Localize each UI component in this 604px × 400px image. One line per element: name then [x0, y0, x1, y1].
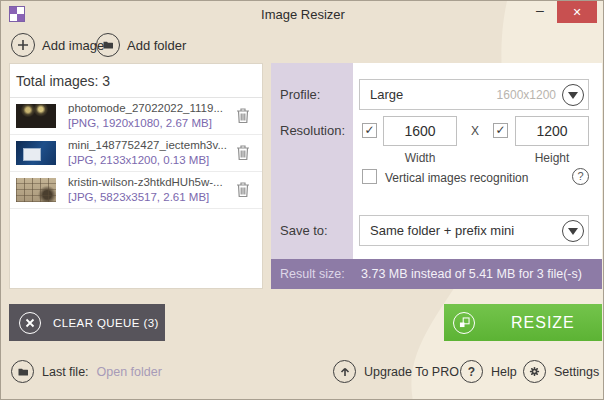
last-file-label: Last file:: [42, 365, 89, 379]
delete-icon[interactable]: [236, 181, 250, 198]
file-name-1: photomode_27022022_1119...: [68, 102, 223, 114]
resize-button[interactable]: RESIZE: [444, 304, 602, 341]
settings-label: Settings: [554, 365, 599, 379]
result-size-value: 3.73 MB instead of 5.41 MB for 3 file(-s…: [361, 267, 582, 281]
add-folder-label: Add folder: [127, 37, 186, 53]
width-checkbox[interactable]: [362, 123, 377, 138]
profile-dimensions: 1600x1200: [497, 88, 556, 102]
resize-settings-panel: Profile: Large 1600x1200 Resolution: X W…: [271, 63, 602, 289]
image-queue-panel: Total images: 3 photomode_27022022_1119.…: [9, 63, 263, 289]
file-meta-2: [JPG, 2133x1200, 0.13 MB]: [68, 154, 209, 166]
thumbnail-1: [16, 104, 56, 128]
title-bar: Image Resizer – ✕: [1, 1, 604, 29]
result-size-bar: Result size: 3.73 MB instead of 5.41 MB …: [271, 259, 602, 289]
total-images-header: Total images: 3: [10, 64, 262, 98]
settings-button[interactable]: Settings: [523, 360, 599, 383]
close-button[interactable]: ✕: [557, 1, 597, 23]
height-label: Height: [515, 151, 589, 165]
thumbnail-3: [16, 178, 56, 202]
folder-icon: [96, 33, 120, 57]
open-folder-link[interactable]: Open folder: [97, 365, 162, 379]
help-button[interactable]: ? Help: [460, 360, 517, 383]
resolution-label: Resolution:: [280, 123, 345, 138]
x-circle-icon: [19, 312, 41, 334]
vertical-recognition-checkbox[interactable]: [362, 169, 377, 184]
queue-row-3[interactable]: kristin-wilson-z3htkdHUh5w-... [JPG, 582…: [10, 172, 262, 209]
profile-value: Large: [370, 87, 403, 102]
chevron-down-icon: [562, 84, 584, 106]
resize-icon: [453, 312, 475, 334]
queue-row-1[interactable]: photomode_27022022_1119... [PNG, 1920x10…: [10, 98, 262, 135]
profile-label: Profile:: [280, 87, 320, 102]
file-name-3: kristin-wilson-z3htkdHUh5w-...: [68, 176, 223, 188]
clear-queue-label: CLEAR QUEUE (3): [53, 317, 159, 329]
queue-row-2[interactable]: mini_1487752427_iectemh3v... [JPG, 2133x…: [10, 135, 262, 172]
minimize-button[interactable]: –: [527, 1, 553, 23]
add-image-button[interactable]: Add image: [11, 33, 104, 57]
delete-icon[interactable]: [236, 107, 250, 124]
chevron-down-icon: [562, 220, 584, 242]
file-meta-3: [JPG, 5823x3517, 2.61 MB]: [68, 191, 209, 203]
save-to-value: Same folder + prefix mini: [370, 223, 514, 238]
height-input[interactable]: [515, 116, 589, 146]
save-to-dropdown[interactable]: Same folder + prefix mini: [359, 215, 589, 246]
folder-icon: [11, 360, 34, 383]
help-label: Help: [491, 365, 517, 379]
result-size-label: Result size:: [280, 267, 345, 281]
resize-label: RESIZE: [511, 314, 575, 332]
last-file-group: Last file: Open folder: [11, 360, 162, 383]
file-name-2: mini_1487752427_iectemh3v...: [68, 139, 227, 151]
save-to-label: Save to:: [280, 223, 328, 238]
add-image-label: Add image: [42, 37, 104, 53]
add-folder-button[interactable]: Add folder: [96, 33, 186, 57]
width-label: Width: [383, 151, 457, 165]
up-arrow-icon: [333, 360, 356, 383]
height-checkbox[interactable]: [493, 123, 508, 138]
question-icon[interactable]: ?: [572, 168, 589, 185]
dimension-x-separator: X: [471, 124, 479, 138]
file-meta-1: [PNG, 1920x1080, 2.67 MB]: [68, 117, 212, 129]
upgrade-pro-button[interactable]: Upgrade To PRO: [333, 360, 459, 383]
plus-icon: [11, 33, 35, 57]
clear-queue-button[interactable]: CLEAR QUEUE (3): [9, 304, 165, 341]
app-window: Image Resizer – ✕ Add image Add folder T…: [0, 0, 604, 400]
width-input[interactable]: [383, 116, 457, 146]
window-title: Image Resizer: [1, 7, 604, 22]
profile-dropdown[interactable]: Large 1600x1200: [359, 79, 589, 110]
thumbnail-2: [16, 141, 56, 165]
vertical-recognition-label: Vertical images recognition: [385, 171, 528, 185]
upgrade-pro-label: Upgrade To PRO: [364, 365, 459, 379]
question-icon: ?: [460, 360, 483, 383]
delete-icon[interactable]: [236, 144, 250, 161]
gear-icon: [523, 360, 546, 383]
